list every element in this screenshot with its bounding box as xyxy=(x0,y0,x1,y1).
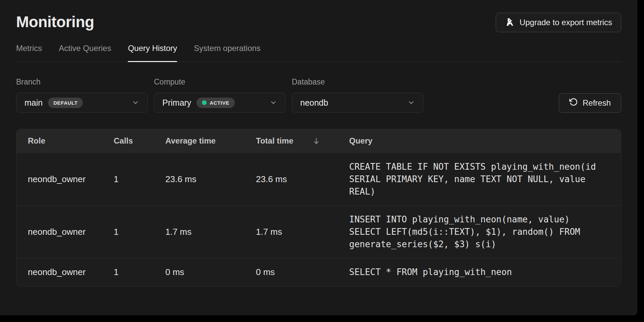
branch-filter: Branch main DEFAULT xyxy=(16,77,148,113)
column-header-total-time[interactable]: Total time xyxy=(256,136,349,146)
query-history-table: Role Calls Average time Total time Query… xyxy=(16,129,621,286)
cell-role: neondb_owner xyxy=(28,174,114,184)
compute-filter: Compute Primary ACTIVE xyxy=(154,77,285,113)
active-status-dot-icon xyxy=(202,100,207,105)
cell-calls: 1 xyxy=(114,267,165,277)
filters-row: Branch main DEFAULT Compute Primary ACTI… xyxy=(16,77,621,113)
cell-total-time: 0 ms xyxy=(256,267,349,277)
tab-system-operations[interactable]: System operations xyxy=(194,44,261,62)
upgrade-to-export-metrics-button[interactable]: Upgrade to export metrics xyxy=(496,13,621,32)
database-label: Database xyxy=(292,77,423,87)
tab-active-queries[interactable]: Active Queries xyxy=(59,44,111,62)
compute-select[interactable]: Primary ACTIVE xyxy=(154,93,285,113)
cell-query: CREATE TABLE IF NOT EXISTS playing_with_… xyxy=(349,153,609,205)
database-value: neondb xyxy=(300,98,328,108)
column-header-calls[interactable]: Calls xyxy=(114,136,165,146)
refresh-icon xyxy=(569,98,578,108)
chevron-down-icon xyxy=(408,99,415,106)
column-header-role[interactable]: Role xyxy=(28,136,114,146)
database-select[interactable]: neondb xyxy=(292,93,423,113)
compute-label: Compute xyxy=(154,77,285,87)
cell-query: SELECT * FROM playing_with_neon xyxy=(349,259,609,286)
table-row[interactable]: neondb_owner 1 23.6 ms 23.6 ms CREATE TA… xyxy=(16,153,621,206)
column-header-query[interactable]: Query xyxy=(349,136,609,146)
active-badge-label: ACTIVE xyxy=(210,100,229,106)
branch-select[interactable]: main DEFAULT xyxy=(16,93,148,113)
cell-average-time: 0 ms xyxy=(165,267,256,277)
database-filter: Database neondb xyxy=(292,77,423,113)
compute-value: Primary xyxy=(162,98,191,108)
branch-label: Branch xyxy=(16,77,148,87)
chevron-down-icon xyxy=(132,99,139,106)
cell-total-time: 1.7 ms xyxy=(256,227,349,237)
cell-query: INSERT INTO playing_with_neon(name, valu… xyxy=(349,206,609,258)
upgrade-button-label: Upgrade to export metrics xyxy=(520,18,612,27)
datadog-icon xyxy=(505,17,515,28)
default-badge: DEFAULT xyxy=(48,98,83,108)
table-row[interactable]: neondb_owner 1 0 ms 0 ms SELECT * FROM p… xyxy=(16,258,621,286)
active-badge: ACTIVE xyxy=(197,98,235,108)
cell-role: neondb_owner xyxy=(28,267,114,277)
tab-query-history[interactable]: Query History xyxy=(128,44,177,62)
column-header-average-time[interactable]: Average time xyxy=(165,136,256,146)
page-title: Monitoring xyxy=(16,13,94,31)
tab-metrics[interactable]: Metrics xyxy=(16,44,42,62)
cell-average-time: 1.7 ms xyxy=(165,227,256,237)
branch-value: main xyxy=(24,98,43,108)
monitoring-tabs: Metrics Active Queries Query History Sys… xyxy=(16,44,621,62)
total-time-label: Total time xyxy=(256,136,293,146)
refresh-button[interactable]: Refresh xyxy=(559,93,621,113)
refresh-button-label: Refresh xyxy=(583,98,611,108)
page-header: Monitoring Upgrade to export metrics xyxy=(16,13,621,32)
sort-descending-icon[interactable] xyxy=(312,137,320,145)
cell-role: neondb_owner xyxy=(28,227,114,237)
cell-total-time: 23.6 ms xyxy=(256,174,349,184)
cell-average-time: 23.6 ms xyxy=(165,174,256,184)
table-row[interactable]: neondb_owner 1 1.7 ms 1.7 ms INSERT INTO… xyxy=(16,206,621,258)
table-header-row: Role Calls Average time Total time Query xyxy=(16,129,621,153)
cell-calls: 1 xyxy=(114,227,165,237)
chevron-down-icon xyxy=(270,99,277,106)
cell-calls: 1 xyxy=(114,174,165,184)
monitoring-page: Monitoring Upgrade to export metrics Met… xyxy=(0,0,637,315)
